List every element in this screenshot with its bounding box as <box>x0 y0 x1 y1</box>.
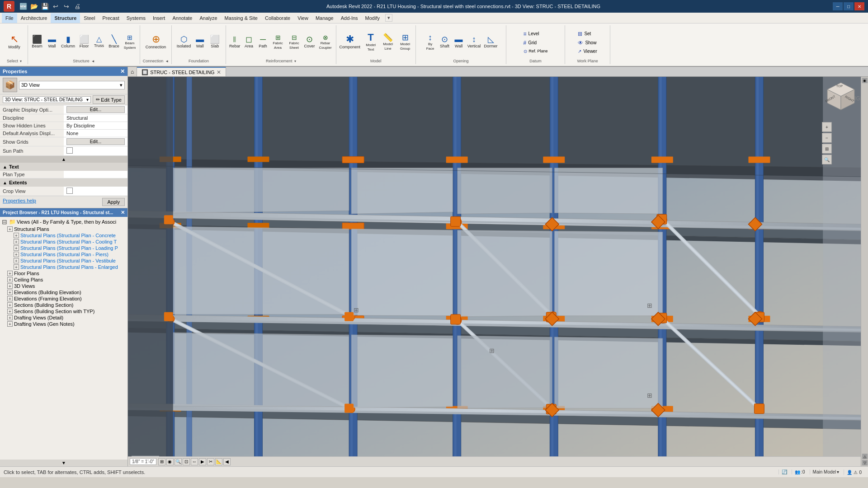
crop-view-checkbox[interactable] <box>66 188 73 194</box>
ribbon-btn-path[interactable]: ─ Path <box>256 34 270 50</box>
status-sync-btn[interactable]: 🔄 <box>778 469 790 474</box>
menu-modify[interactable]: Modify <box>362 13 383 23</box>
expand-struct-piers[interactable]: + <box>14 252 19 257</box>
right-ctrl-1[interactable]: ◉ <box>862 78 868 83</box>
extents-section-header[interactable]: ▲ Extents <box>0 178 127 187</box>
qa-undo-btn[interactable]: ↩ <box>51 1 61 11</box>
properties-close-btn[interactable]: ✕ <box>120 68 125 75</box>
menu-systems[interactable]: Systems <box>123 13 149 23</box>
expand-struct-loading[interactable]: + <box>14 245 19 251</box>
view-cube[interactable]: TOP FRONT RIGHT <box>823 80 859 117</box>
tree-item-struct-enlarged[interactable]: + Structural Plans (Structural Plans - E… <box>0 264 127 270</box>
tree-item-sections-building[interactable]: + Sections (Building Section) <box>0 302 127 308</box>
properties-help-link[interactable]: Properties help <box>3 198 36 206</box>
vp-toolbar-btn6[interactable]: ▶ <box>199 458 206 465</box>
ribbon-btn-grid[interactable]: # Grid <box>522 39 550 47</box>
vp-toolbar-btn2[interactable]: ◉ <box>166 458 174 465</box>
tree-item-sections-building-typ[interactable]: + Sections (Building Section with TYP) <box>0 308 127 314</box>
ribbon-btn-model-line[interactable]: 📏 ModelLine <box>380 33 396 52</box>
viewport-canvas[interactable]: ⊞ ⊞ ⊞ ⊞ <box>128 77 868 466</box>
browser-scroll-down[interactable]: ▼ <box>0 460 127 466</box>
ribbon-btn-beam-system[interactable]: ⊞ BeamSystem <box>122 33 138 51</box>
menu-addins[interactable]: Add-Ins <box>337 13 362 23</box>
ribbon-btn-floor[interactable]: ⬜ Floor <box>77 34 91 50</box>
expand-struct-concrete[interactable]: + <box>14 233 19 238</box>
ribbon-btn-beam[interactable]: ⬛ Beam <box>30 34 44 50</box>
expand-struct-cooling[interactable]: + <box>14 239 19 244</box>
vp-toolbar-btn5[interactable]: ↔ <box>191 458 198 465</box>
grids-edit-btn[interactable]: Edit... <box>66 138 125 145</box>
ribbon-btn-slab[interactable]: ⬜ Slab <box>208 34 222 50</box>
tree-item-floor-plans[interactable]: + Floor Plans <box>0 270 127 277</box>
tree-item-3d-views[interactable]: + 3D Views <box>0 283 127 289</box>
vp-toolbar-btn8[interactable]: 📐 <box>215 458 222 465</box>
tree-item-ceiling-plans[interactable]: + Ceiling Plans <box>0 277 127 283</box>
ribbon-btn-connection[interactable]: ⊕ Connection <box>144 33 168 51</box>
maximize-button[interactable]: □ <box>844 2 854 10</box>
zoom-region-btn[interactable]: 🔍 <box>822 155 832 164</box>
expand-structural-plans[interactable]: + <box>7 226 13 232</box>
menu-view[interactable]: View <box>294 13 312 23</box>
select-group-expand[interactable]: ▾ <box>20 59 22 63</box>
ribbon-btn-rebar-coupler[interactable]: ⊗ RebarCoupler <box>317 33 334 51</box>
graphic-edit-btn[interactable]: Edit... <box>66 106 125 113</box>
tree-root[interactable]: ⊟ 📁 Views (All - By Family & Type, then … <box>0 218 127 226</box>
expand-elev-framing[interactable]: + <box>7 296 13 301</box>
ribbon-btn-modify[interactable]: ↖ Modify <box>6 33 23 51</box>
vp-toolbar-btn1[interactable]: ⊞ <box>158 458 165 465</box>
tree-item-drafting-detail[interactable]: + Drafting Views (Detail) <box>0 314 127 321</box>
expand-struct-enlarged[interactable]: + <box>14 264 19 270</box>
expand-floor-plans[interactable]: + <box>7 271 13 276</box>
text-section-header[interactable]: ▲ Text <box>0 163 127 171</box>
type-dropdown[interactable]: 3D View: STRUC - STEEL DETAILING ▾ <box>3 96 91 103</box>
tree-item-elev-building[interactable]: + Elevations (Building Elevation) <box>0 289 127 296</box>
ribbon-btn-viewer[interactable]: ↗ Viewer <box>576 48 599 55</box>
ribbon-btn-model-text[interactable]: T ModelText <box>362 32 379 52</box>
ribbon-btn-cover[interactable]: ⊙ Cover <box>303 34 316 50</box>
right-ctrl-2[interactable]: △ <box>862 454 868 459</box>
tab-close-struc[interactable]: ✕ <box>217 69 221 75</box>
tree-item-struct-cooling[interactable]: + Structural Plans (Structural Plan - Co… <box>0 239 127 245</box>
vp-toolbar-btn3[interactable]: 🔍 <box>175 458 182 465</box>
ribbon-btn-show[interactable]: 👁 Show <box>576 39 599 47</box>
status-model-selector[interactable]: Main Model ▾ <box>810 469 842 474</box>
ribbon-btn-wall-found[interactable]: ▬ Wall <box>193 34 207 50</box>
ribbon-btn-component[interactable]: ✱ Component <box>338 33 362 51</box>
close-button[interactable]: ✕ <box>854 2 864 10</box>
qa-new-btn[interactable]: 🆕 <box>18 1 28 11</box>
ribbon-btn-shaft[interactable]: ⊙ Shaft <box>438 34 452 50</box>
menu-annotate[interactable]: Annotate <box>169 13 196 23</box>
menu-collaborate[interactable]: Collaborate <box>261 13 294 23</box>
qa-redo-btn[interactable]: ↪ <box>61 1 71 11</box>
edit-type-button[interactable]: ✏ Edit Type <box>93 95 125 104</box>
structure-group-expand[interactable]: ◄ <box>91 59 95 63</box>
ribbon-btn-brace[interactable]: ╲ Brace <box>107 34 121 50</box>
zoom-out-btn[interactable]: − <box>822 133 832 143</box>
tree-item-drafting-notes[interactable]: + Drafting Views (Gen Notes) <box>0 321 127 327</box>
tree-item-struct-concrete[interactable]: + Structural Plans (Structural Plan - Co… <box>0 232 127 239</box>
tree-item-structural-plans[interactable]: + Structural Plans <box>0 226 127 232</box>
project-browser-content[interactable]: ⊟ 📁 Views (All - By Family & Type, then … <box>0 217 127 460</box>
ribbon-btn-wall-opening[interactable]: ▬ Wall <box>452 34 466 50</box>
sun-path-checkbox[interactable] <box>66 147 73 154</box>
ribbon-btn-column[interactable]: ▮ Column <box>60 34 76 50</box>
vp-toolbar-btn4[interactable]: ⊡ <box>183 458 190 465</box>
expand-sections-building[interactable]: + <box>7 302 13 308</box>
zoom-in-btn[interactable]: + <box>822 122 832 132</box>
ribbon-btn-area[interactable]: ◻ Area <box>242 34 256 50</box>
menu-structure[interactable]: Structure <box>51 13 80 23</box>
tree-item-struct-loading[interactable]: + Structural Plans (Structural Plan - Lo… <box>0 245 127 251</box>
project-browser-close-btn[interactable]: ✕ <box>121 210 125 216</box>
qa-open-btn[interactable]: 📂 <box>29 1 39 11</box>
ribbon-btn-by-face[interactable]: ↕ ByFace <box>423 33 438 52</box>
ribbon-btn-truss[interactable]: △ Truss <box>92 35 106 49</box>
ribbon-btn-vertical[interactable]: ↕ Vertical <box>466 34 482 50</box>
expand-elev-building[interactable]: + <box>7 290 13 295</box>
zoom-fit-btn[interactable]: ⊞ <box>822 144 832 154</box>
ribbon-btn-ref-plane[interactable]: ⊙ Ref. Plane <box>522 48 550 55</box>
vp-toolbar-btn7[interactable]: ✂ <box>207 458 214 465</box>
vp-toolbar-btn9[interactable]: ◀ <box>223 458 231 465</box>
expand-drafting-detail[interactable]: + <box>7 315 13 320</box>
menu-insert[interactable]: Insert <box>149 13 169 23</box>
ribbon-btn-fabric-area[interactable]: ⊞ FabricArea <box>270 33 286 51</box>
